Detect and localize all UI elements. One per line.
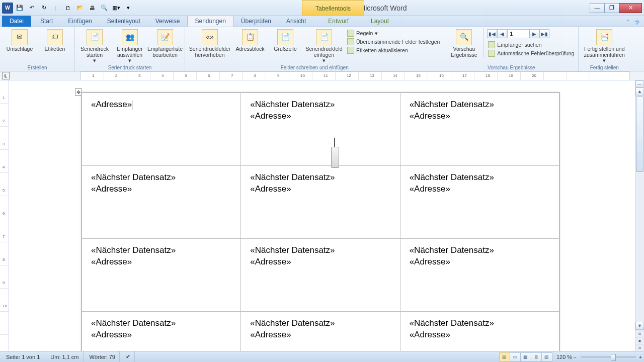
regeln-button[interactable]: Regeln ▾ [346,29,441,37]
label-cell[interactable]: «Nächster Datensatz»«Adresse» [241,166,400,239]
label-cell[interactable]: «Nächster Datensatz»«Adresse» [241,93,400,166]
ruler-toggle-icon[interactable]: — [635,80,643,87]
tab-entwurf[interactable]: Entwurf [320,16,356,27]
tab-selector-icon[interactable]: L [2,72,10,79]
umschlaege-button[interactable]: ✉Umschläge [3,28,36,52]
tab-ueberpruefen[interactable]: Überprüfen [233,16,279,27]
prev-record-button[interactable]: ◀ [497,29,507,38]
etiketten-aktualisieren-button[interactable]: Etiketten aktualisieren [346,46,441,54]
zoom-slider[interactable] [581,356,636,358]
tab-seitenlayout[interactable]: Seitenlayout [100,16,148,27]
scroll-down-icon[interactable]: ▼ [635,322,644,330]
zoom-out-icon[interactable]: − [573,354,576,360]
vertical-scrollbar[interactable]: — ▲ ▼ « ● » [635,80,644,351]
view-draft-icon[interactable]: ▥ [541,352,552,361]
word-icon[interactable]: W [2,3,13,14]
status-page[interactable]: Seite: 1 von 1 [2,351,44,362]
help-icon[interactable]: ? [633,19,641,27]
felder-hervorheben-button[interactable]: «»Seriendruckfelder hervorheben [188,28,231,58]
group-fertigstellen: Fertig stellen [590,64,619,71]
minimize-button[interactable]: — [590,3,605,13]
status-proofing-icon[interactable]: ✔ [122,351,135,362]
label-cell[interactable]: «Nächster Datensatz»«Adresse» [400,239,559,312]
tab-datei[interactable]: Datei [2,16,31,27]
redo-icon[interactable]: ↻ [38,3,49,14]
maximize-button[interactable]: ❐ [604,3,619,13]
etiketten-button[interactable]: 🏷Etiketten [38,28,71,52]
label-cell[interactable]: «Nächster Datensatz»«Adresse» [400,312,559,351]
prev-page-icon[interactable]: « [635,330,644,337]
next-page-icon[interactable]: » [635,344,644,351]
label-cell[interactable]: «Nächster Datensatz»«Adresse» [400,166,559,239]
first-record-button[interactable]: ▮◀ [487,29,497,38]
browse-object-icon[interactable]: ● [635,337,644,344]
new-icon[interactable]: 🗋 [62,3,73,14]
empfaengerliste-bearbeiten-button[interactable]: 📝Empfängerliste bearbeiten [148,28,182,58]
ribbon-minimize-icon[interactable]: ˄ [626,19,630,27]
undo-icon[interactable]: ↶ [26,3,37,14]
label-cell[interactable]: «Nächster Datensatz»«Adresse» [241,312,400,351]
quickprint-icon[interactable]: 🖶 [87,3,98,14]
label-cell[interactable]: «Nächster Datensatz»«Adresse» [241,239,400,312]
tab-start[interactable]: Start [33,16,60,27]
view-print-layout-icon[interactable]: ▤ [499,352,510,361]
empfaenger-auswaehlen-button[interactable]: 👥Empfänger auswählen▾ [113,28,146,64]
qat-more-icon[interactable]: ▾ [123,3,134,14]
label-cell[interactable]: «Adresse» [82,93,241,166]
view-fullscreen-icon[interactable]: ▭ [510,352,521,361]
document-page[interactable]: «Adresse» «Nächster Datensatz»«Adresse» … [81,92,560,351]
label-cell[interactable]: «Nächster Datensatz»«Adresse» [82,166,241,239]
seriendruckfeld-einfuegen-button[interactable]: 📄Seriendruckfeld einfügen▾ [304,28,344,64]
label-cell[interactable]: «Nächster Datensatz»«Adresse» [400,93,559,166]
seriendruck-starten-button[interactable]: 📄Seriendruck starten▾ [78,28,111,64]
scroll-up-icon[interactable]: ▲ [635,87,644,96]
view-web-icon[interactable]: ▦ [520,352,531,361]
group-vorschau: Vorschau Ergebnisse [488,64,535,71]
adressblock-button[interactable]: 📋Adressblock [233,28,267,52]
group-felder: Felder schreiben und einfügen [281,64,349,71]
close-button[interactable]: ✕ [619,3,642,13]
open-icon[interactable]: 📂 [74,3,86,14]
tab-ansicht[interactable]: Ansicht [279,16,313,27]
tab-layout[interactable]: Layout [363,16,396,27]
preview-icon[interactable]: 🔍 [99,3,110,14]
table-icon[interactable]: ▦▾ [111,3,122,14]
status-words[interactable]: Wörter: 79 [86,351,120,362]
cursor-icon [331,138,339,168]
zoom-in-icon[interactable]: + [639,354,642,360]
label-cell[interactable]: «Nächster Datensatz»«Adresse» [82,312,241,351]
vorschau-ergebnisse-button[interactable]: 🔍Vorschau Ergebnisse [447,28,480,58]
zoom-level[interactable]: 120 % [556,354,572,360]
empfaenger-suchen-button[interactable]: Empfänger suchen [487,41,575,49]
label-table: «Adresse» «Nächster Datensatz»«Adresse» … [82,93,559,351]
qat-sep: | [50,3,61,14]
vertical-ruler[interactable]: 12345678910 [0,80,9,351]
fehlerueberpruefung-button[interactable]: Automatische Fehlerüberprüfung [487,49,575,57]
horizontal-ruler[interactable]: 1234567891011121314151617181920 [80,71,630,80]
view-outline-icon[interactable]: ≣ [531,352,542,361]
scrollbar-thumb[interactable] [636,97,643,172]
record-number-input[interactable] [507,29,529,38]
next-record-button[interactable]: ▶ [529,29,539,38]
status-position[interactable]: Um: 1,1 cm [46,351,83,362]
group-seriendruck-starten: Seriendruck starten [108,64,152,71]
felder-festlegen-button[interactable]: Übereinstimmende Felder festlegen [346,38,441,46]
tab-sendungen[interactable]: Sendungen [187,16,233,27]
tab-einfuegen[interactable]: Einfügen [60,16,99,27]
contextual-tab-label: Tabellentools [302,0,364,16]
group-erstellen: Erstellen [28,64,47,71]
fertigstellen-button[interactable]: 📑Fertig stellen und zusammenführen▾ [582,28,627,64]
label-cell[interactable]: «Nächster Datensatz»«Adresse» [82,239,241,312]
last-record-button[interactable]: ▶▮ [539,29,549,38]
tab-verweise[interactable]: Verweise [148,16,188,27]
save-icon[interactable]: 💾 [14,3,25,14]
grusszeile-button[interactable]: 📄Grußzeile [269,28,302,52]
